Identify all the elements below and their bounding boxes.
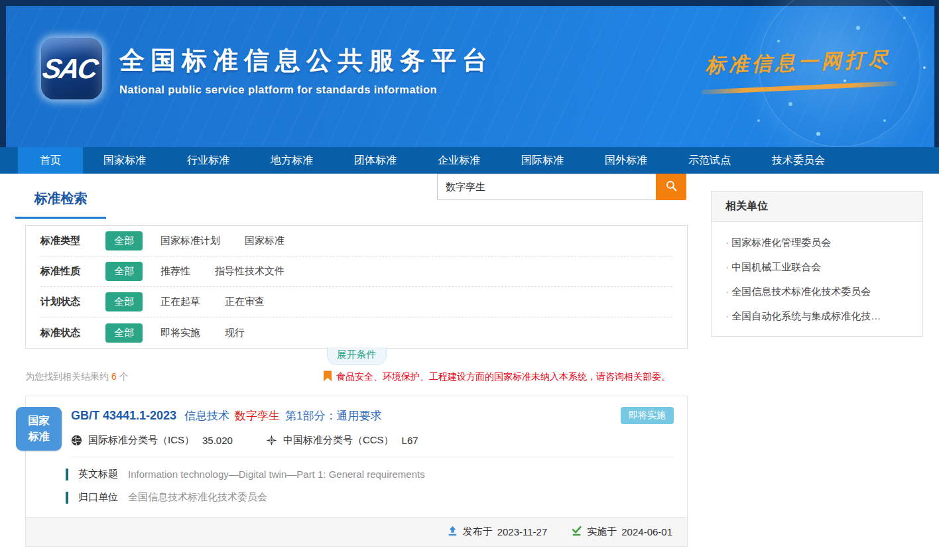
related-units-panel: 相关单位 国家标准化管理委员会中国机械工业联合会全国信息技术标准化技术委员会全国… bbox=[711, 191, 923, 337]
implement-icon bbox=[571, 526, 582, 539]
site-title: 全国标准信息公共服务平台 bbox=[119, 44, 493, 78]
filter-option[interactable]: 国家标准 bbox=[245, 235, 284, 247]
published-date-group: 发布于 2023-11-27 bbox=[447, 526, 548, 539]
standard-type-badge: 国家 标准 bbox=[16, 407, 62, 451]
filter-option[interactable]: 现行 bbox=[225, 327, 245, 339]
left-column: 标准检索 标准类型全部国家标准计划国家标准标准性质全部推荐性指导性技术文 bbox=[25, 174, 688, 547]
related-unit-item-4[interactable]: 全国自动化系统与集成标准化技… bbox=[712, 298, 922, 323]
filter-row-4: 标准状态全部即将实施现行 bbox=[40, 317, 672, 348]
tab-standard-search-label: 标准检索 bbox=[34, 191, 88, 205]
card-field-row: 英文标题Information technology—Digital twin—… bbox=[66, 468, 674, 480]
result-card: 国家 标准 GB/T 43441.1-2023 信息技术 数字孪生 第1部分：通… bbox=[25, 396, 688, 547]
filter-option[interactable]: 正在起草 bbox=[160, 296, 200, 308]
nav-list: 首页国家标准行业标准地方标准团体标准企业标准国际标准国外标准示范试点技术委员会 bbox=[0, 147, 939, 174]
related-unit-item-2[interactable]: 中国机械工业联合会 bbox=[712, 249, 922, 274]
implemented-date-group: 实施于 2024-06-01 bbox=[571, 526, 672, 539]
filter-option[interactable]: 推荐性 bbox=[160, 265, 190, 278]
filter-row-1: 标准类型全部国家标准计划国家标准 bbox=[40, 226, 672, 256]
card-footer: 发布于 2023-11-27 实施于 2024-06-01 bbox=[26, 517, 687, 546]
nav-item-foreign-standards[interactable]: 国外标准 bbox=[584, 147, 668, 174]
main-nav: 首页国家标准行业标准地方标准团体标准企业标准国际标准国外标准示范试点技术委员会 bbox=[0, 147, 939, 174]
nav-item-local-standards[interactable]: 地方标准 bbox=[250, 147, 334, 174]
filter-label: 计划状态 bbox=[40, 296, 105, 308]
search-button[interactable] bbox=[656, 174, 686, 200]
filter-panel: 标准类型全部国家标准计划国家标准标准性质全部推荐性指导性技术文件计划状态全部正在… bbox=[25, 225, 688, 349]
search-icon bbox=[665, 180, 678, 194]
search-group bbox=[437, 174, 686, 200]
standard-title-part2[interactable]: 第1部分：通用要求 bbox=[285, 408, 381, 423]
filter-label: 标准类型 bbox=[40, 235, 105, 247]
field-value: Information technology—Digital twin—Part… bbox=[128, 469, 425, 480]
ccs-value: L67 bbox=[402, 435, 418, 446]
site-banner: SAC 全国标准信息公共服务平台 National public service… bbox=[0, 0, 939, 147]
field-bar-decoration bbox=[66, 469, 68, 480]
ccs-label: 中国标准分类号（CCS） bbox=[283, 434, 394, 447]
related-units-list: 国家标准化管理委员会中国机械工业联合会全国信息技术标准化技术委员会全国自动化系统… bbox=[712, 222, 922, 336]
globe-dots-decoration bbox=[777, 40, 780, 42]
nav-item-enterprise-standards[interactable]: 企业标准 bbox=[417, 147, 501, 174]
search-section: 标准检索 bbox=[25, 174, 688, 217]
ics-label: 国际标准分类号（ICS） bbox=[88, 434, 194, 447]
banner-titles: 全国标准信息公共服务平台 National public service pla… bbox=[119, 44, 493, 96]
filter-label: 标准性质 bbox=[40, 265, 105, 278]
nav-item-group-standards[interactable]: 团体标准 bbox=[334, 147, 417, 174]
implemented-label: 实施于 bbox=[587, 526, 617, 538]
related-unit-item-1[interactable]: 国家标准化管理委员会 bbox=[712, 225, 922, 249]
publish-icon bbox=[447, 526, 458, 539]
field-label: 归口单位 bbox=[78, 491, 118, 504]
bookmark-icon bbox=[324, 370, 332, 384]
result-count-number: 6 bbox=[111, 371, 117, 382]
field-bar-decoration bbox=[66, 492, 68, 504]
slogan-text: 标准信息一网打尽 bbox=[698, 46, 898, 80]
classification-row: 国际标准分类号（ICS） 35.020 中国标准分类号（CCS） L67 bbox=[26, 424, 687, 447]
filter-label: 标准状态 bbox=[40, 327, 105, 339]
expand-conditions-label: 展开条件 bbox=[337, 349, 377, 360]
sac-logo-text: SAC bbox=[40, 53, 103, 85]
result-count: 为您找到相关结果约6个 bbox=[25, 371, 129, 383]
expand-conditions-button[interactable]: 展开条件 bbox=[327, 347, 387, 365]
system-notice: 食品安全、环境保护、工程建设方面的国家标准未纳入本系统，请咨询相关部委。 bbox=[324, 370, 670, 384]
published-date: 2023-11-27 bbox=[497, 526, 548, 537]
search-input[interactable] bbox=[437, 174, 656, 200]
nav-item-technical-committees[interactable]: 技术委员会 bbox=[751, 147, 845, 174]
sac-logo[interactable]: SAC bbox=[41, 38, 102, 99]
site-subtitle: National public service platform for sta… bbox=[119, 84, 493, 96]
filter-all-button[interactable]: 全部 bbox=[105, 262, 143, 281]
result-info-row: 为您找到相关结果约6个 食品安全、环境保护、工程建设方面的国家标准未纳入本系统，… bbox=[25, 370, 688, 384]
filter-all-button[interactable]: 全部 bbox=[105, 292, 143, 311]
related-units-title: 相关单位 bbox=[712, 192, 922, 222]
standard-title-row: GB/T 43441.1-2023 信息技术 数字孪生 第1部分：通用要求 即将… bbox=[26, 396, 687, 424]
ics-value: 35.020 bbox=[202, 435, 233, 446]
published-label: 发布于 bbox=[463, 526, 493, 538]
tab-standard-search[interactable]: 标准检索 bbox=[15, 190, 106, 219]
nav-item-pilot-program[interactable]: 示范试点 bbox=[668, 147, 751, 174]
filter-option[interactable]: 指导性技术文件 bbox=[215, 265, 284, 278]
filter-all-button[interactable]: 全部 bbox=[105, 323, 143, 343]
nav-item-industry-standards[interactable]: 行业标准 bbox=[166, 147, 250, 174]
compass-icon bbox=[266, 435, 277, 446]
filter-all-button[interactable]: 全部 bbox=[105, 231, 143, 251]
system-notice-text: 食品安全、环境保护、工程建设方面的国家标准未纳入本系统，请咨询相关部委。 bbox=[336, 371, 670, 383]
card-fields: 英文标题Information technology—Digital twin—… bbox=[26, 468, 687, 504]
nav-item-home[interactable]: 首页 bbox=[18, 147, 83, 174]
main-content: 标准检索 标准类型全部国家标准计划国家标准标准性质全部推荐性指导性技术文 bbox=[0, 174, 939, 560]
card-divider bbox=[71, 457, 674, 457]
card-field-row: 归口单位全国信息技术标准化技术委员会 bbox=[66, 491, 674, 504]
filter-option[interactable]: 国家标准计划 bbox=[160, 235, 220, 247]
page: SAC 全国标准信息公共服务平台 National public service… bbox=[0, 0, 939, 560]
standard-title-part1[interactable]: 信息技术 bbox=[184, 408, 229, 423]
filter-option[interactable]: 即将实施 bbox=[160, 327, 200, 339]
status-badge: 即将实施 bbox=[621, 407, 674, 424]
field-value: 全国信息技术标准化技术委员会 bbox=[128, 491, 267, 504]
filter-option[interactable]: 正在审查 bbox=[225, 296, 265, 308]
nav-item-national-standards[interactable]: 国家标准 bbox=[83, 147, 166, 174]
standard-code-link[interactable]: GB/T 43441.1-2023 bbox=[71, 409, 176, 423]
field-label: 英文标题 bbox=[78, 468, 118, 480]
filter-row-3: 计划状态全部正在起草正在审查 bbox=[40, 287, 672, 317]
filter-row-2: 标准性质全部推荐性指导性技术文件 bbox=[40, 256, 672, 287]
nav-item-international-standards[interactable]: 国际标准 bbox=[501, 147, 584, 174]
standard-title-highlight[interactable]: 数字孪生 bbox=[235, 408, 280, 423]
related-unit-item-3[interactable]: 全国信息技术标准化技术委员会 bbox=[712, 274, 922, 298]
banner-slogan: 标准信息一网打尽 bbox=[698, 46, 899, 93]
implemented-date: 2024-06-01 bbox=[621, 526, 672, 537]
